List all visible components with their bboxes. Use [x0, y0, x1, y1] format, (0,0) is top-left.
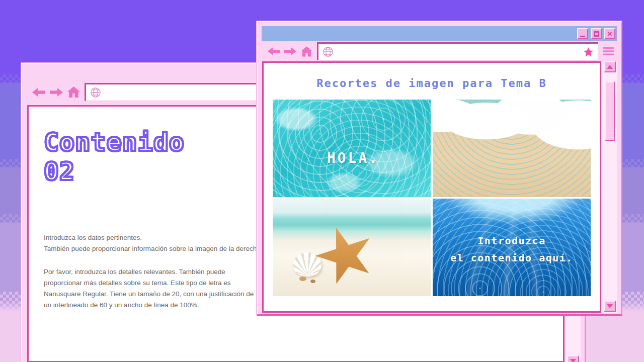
window-titlebar[interactable]: ✕ [262, 26, 617, 41]
starfish-beach-image [273, 199, 431, 296]
back-arrow-icon[interactable] [268, 47, 280, 55]
wave-on-sand-image [433, 100, 591, 197]
scroll-up-button[interactable] [604, 61, 616, 72]
starfish-graphic [307, 218, 382, 293]
minimize-icon [580, 36, 585, 37]
hola-caption: HOLA. [327, 150, 379, 166]
maximize-button[interactable] [591, 28, 602, 39]
water-ripples-image: HOLA. [273, 100, 431, 197]
address-bar[interactable] [317, 42, 598, 60]
scroll-down-icon [570, 359, 576, 362]
browser-toolbar [258, 41, 621, 61]
menu-icon[interactable] [603, 47, 614, 55]
page-content: Recortes de imagen para Tema B HOLA. Int… [262, 61, 601, 313]
underwater-image: Introduzca el contenido aquí. [433, 199, 591, 296]
close-icon: ✕ [607, 31, 613, 37]
scroll-down-icon [607, 304, 613, 308]
close-button[interactable]: ✕ [604, 28, 615, 39]
minimize-button[interactable] [577, 28, 588, 39]
home-icon[interactable] [301, 46, 312, 57]
forward-arrow-icon[interactable] [50, 88, 63, 97]
scrollbar-thumb[interactable] [605, 81, 615, 141]
globe-icon [323, 46, 334, 57]
image-gallery: HOLA. Introduzca el contenido aquí. [273, 100, 591, 296]
globe-icon [90, 87, 101, 98]
underwater-caption: Introduzca el contenido aquí. [450, 232, 573, 266]
window-body: Recortes de imagen para Tema B HOLA. Int… [262, 61, 617, 313]
home-icon[interactable] [67, 86, 80, 98]
underwater-caption-line2: el contenido aquí. [450, 249, 573, 266]
pebble-graphic [299, 277, 306, 281]
bookmark-star-icon[interactable] [583, 47, 594, 57]
gallery-browser-window: ✕ Recortes de imagen para Tema B HOLA. [257, 21, 622, 316]
vaporwave-slide: { "colors": { "bg_top": "#7c52f1", "bg_b… [0, 0, 644, 362]
forward-arrow-icon[interactable] [284, 47, 296, 55]
pebble-graphic [310, 280, 315, 283]
scroll-up-icon [607, 65, 613, 69]
back-arrow-icon[interactable] [32, 88, 45, 97]
scroll-down-button[interactable] [567, 355, 579, 362]
scroll-down-button[interactable] [604, 301, 616, 312]
scrollbar[interactable] [602, 61, 617, 313]
page-title: Recortes de imagen para Tema B [273, 77, 591, 89]
maximize-icon [594, 31, 599, 37]
underwater-caption-line1: Introduzca [450, 232, 573, 249]
